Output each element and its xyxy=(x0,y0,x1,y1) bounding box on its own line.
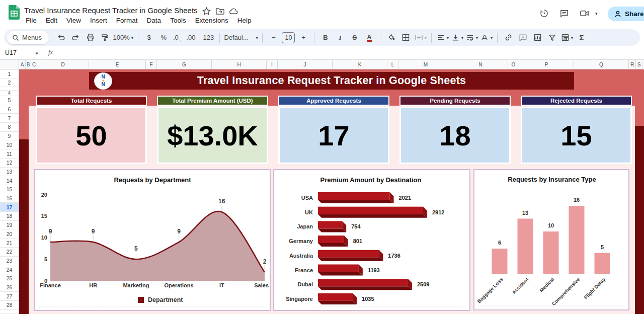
menus-search-button[interactable]: Menus xyxy=(7,31,49,44)
column-header-B[interactable]: B xyxy=(26,60,31,69)
insert-comment-button[interactable] xyxy=(517,31,530,44)
version-history-icon[interactable] xyxy=(539,9,549,18)
row-header-19[interactable]: 19 xyxy=(0,221,19,230)
row-header-13[interactable]: 13 xyxy=(0,168,19,177)
menu-extensions[interactable]: Extensions xyxy=(191,16,233,25)
row-header-5[interactable]: 5 xyxy=(0,96,19,105)
row-header-20[interactable]: 20 xyxy=(0,230,19,239)
column-header-C[interactable]: C xyxy=(31,60,37,69)
column-header-E[interactable]: E xyxy=(89,60,146,69)
functions-button[interactable]: Σ xyxy=(575,31,588,44)
move-to-folder-icon[interactable] xyxy=(215,7,225,16)
row-header-23[interactable]: 23 xyxy=(0,257,19,266)
row-header-24[interactable]: 24 xyxy=(0,265,19,274)
meet-video-icon[interactable] xyxy=(580,9,589,18)
column-header-P[interactable]: P xyxy=(519,60,574,69)
increase-font-size-button[interactable]: + xyxy=(297,31,310,44)
document-title[interactable]: Travel Insurance Request Tracker in Goog… xyxy=(24,6,198,15)
column-header-I[interactable]: I xyxy=(267,60,278,69)
fill-color-button[interactable] xyxy=(385,31,398,44)
row-header-18[interactable]: 18 xyxy=(0,212,19,221)
horizontal-align-button[interactable]: ▾ xyxy=(436,31,449,44)
filter-views-button[interactable]: ▾ xyxy=(560,31,574,44)
row-header-10[interactable]: 10 xyxy=(0,141,19,150)
name-box[interactable]: U17 xyxy=(5,49,17,56)
insert-chart-button[interactable] xyxy=(531,31,544,44)
column-header-J[interactable]: J xyxy=(278,60,333,69)
column-header-Q[interactable]: Q xyxy=(574,60,629,69)
row-header-4[interactable]: 4 xyxy=(0,91,19,96)
row-header-27[interactable]: 27 xyxy=(0,292,19,301)
more-formats-button[interactable]: 123 xyxy=(202,31,215,44)
zoom-select[interactable]: 100%▾ xyxy=(113,31,134,44)
row-header-11[interactable]: 11 xyxy=(0,149,19,159)
vertical-align-button[interactable]: ▾ xyxy=(451,31,464,44)
row-header-9[interactable]: 9 xyxy=(0,132,19,141)
row-header-25[interactable]: 25 xyxy=(0,274,19,283)
row-header-1[interactable]: 1 xyxy=(0,69,19,78)
google-sheets-logo-icon[interactable] xyxy=(9,5,20,20)
column-header-N[interactable]: N xyxy=(453,60,508,69)
bold-button[interactable]: B xyxy=(319,31,332,44)
row-header-12[interactable]: 12 xyxy=(0,159,19,168)
row-header-8[interactable]: 8 xyxy=(0,123,19,132)
increase-decimals-button[interactable]: .00→ xyxy=(186,31,200,44)
strikethrough-button[interactable]: S xyxy=(348,31,361,44)
column-header-D[interactable]: D xyxy=(37,60,89,69)
merge-cells-button[interactable]: ▾ xyxy=(414,31,427,44)
chart-card-2[interactable]: Premium Amount by DestinationUSA2021UK29… xyxy=(273,169,470,311)
column-header-R[interactable]: R xyxy=(629,60,636,69)
decrease-decimals-button[interactable]: .0← xyxy=(172,31,185,44)
create-filter-button[interactable] xyxy=(546,31,559,44)
column-header-S[interactable]: S xyxy=(636,60,642,69)
menu-tools[interactable]: Tools xyxy=(166,16,191,25)
row-header-14[interactable]: 14 xyxy=(0,176,19,185)
name-box-dropdown-icon[interactable]: ▾ xyxy=(36,51,38,56)
menu-file[interactable]: File xyxy=(21,16,41,25)
text-rotation-button[interactable]: ▾ xyxy=(480,31,493,44)
borders-button[interactable] xyxy=(399,31,413,44)
row-header-21[interactable]: 21 xyxy=(0,239,19,248)
column-header-F[interactable]: F xyxy=(146,60,157,69)
insert-link-button[interactable] xyxy=(502,31,515,44)
column-header-M[interactable]: M xyxy=(398,60,453,69)
menu-data[interactable]: Data xyxy=(142,16,166,25)
row-header-22[interactable]: 22 xyxy=(0,248,19,257)
menu-insert[interactable]: Insert xyxy=(86,16,112,25)
row-header-15[interactable]: 15 xyxy=(0,185,19,194)
text-color-button[interactable]: A xyxy=(363,31,376,44)
italic-button[interactable]: I xyxy=(334,31,347,44)
column-header-G[interactable]: G xyxy=(157,60,212,69)
paint-format-button[interactable] xyxy=(99,31,112,44)
font-size-input[interactable]: 10 xyxy=(282,32,295,43)
column-header-H[interactable]: H xyxy=(212,60,267,69)
share-button[interactable]: Share xyxy=(608,7,644,21)
row-header-28[interactable]: 28 xyxy=(0,301,19,310)
column-header-O[interactable]: O xyxy=(508,60,519,69)
row-header-26[interactable]: 26 xyxy=(0,283,19,292)
row-header-17[interactable]: 17 xyxy=(0,203,19,212)
menu-edit[interactable]: Edit xyxy=(41,16,62,25)
format-percent-button[interactable]: % xyxy=(157,31,170,44)
comments-icon[interactable] xyxy=(559,9,569,18)
redo-button[interactable] xyxy=(69,31,83,44)
font-select[interactable]: Defaul...▾ xyxy=(224,31,258,44)
menu-view[interactable]: View xyxy=(62,16,86,25)
format-currency-button[interactable]: $ xyxy=(142,31,155,44)
row-header-16[interactable]: 16 xyxy=(0,194,19,203)
star-icon[interactable] xyxy=(202,7,211,16)
text-wrapping-button[interactable]: ▾ xyxy=(465,31,478,44)
column-header-K[interactable]: K xyxy=(333,60,387,69)
row-header-29[interactable] xyxy=(0,310,19,314)
row-header-7[interactable]: 7 xyxy=(0,114,19,123)
cloud-saved-icon[interactable] xyxy=(229,7,238,16)
decrease-font-size-button[interactable]: − xyxy=(267,31,280,44)
row-header-6[interactable]: 6 xyxy=(0,105,19,114)
row-header-2[interactable]: 2 xyxy=(0,78,19,87)
menu-format[interactable]: Format xyxy=(112,16,142,25)
menu-help[interactable]: Help xyxy=(233,16,256,25)
meet-dropdown-icon[interactable]: ▾ xyxy=(595,11,598,16)
print-button[interactable] xyxy=(84,31,97,44)
chart-card-3[interactable]: Requests by Insurance Type6Baggage Loss1… xyxy=(473,169,629,310)
column-header-L[interactable]: L xyxy=(387,60,398,69)
